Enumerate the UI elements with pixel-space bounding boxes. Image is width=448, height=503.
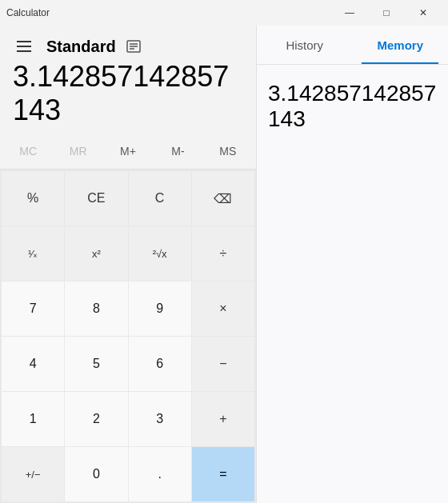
negate-button[interactable]: +/− [2,447,64,501]
history-icon[interactable] [124,37,143,56]
negate-symbol: +/− [26,469,41,481]
ce-symbol: CE [87,191,105,206]
six-symbol: 6 [156,357,163,371]
minimize-button[interactable]: — [331,0,368,26]
mminus-button[interactable]: M- [153,134,202,169]
zero-button[interactable]: 0 [65,447,127,501]
divide-symbol: ÷ [219,246,226,261]
five-symbol: 5 [93,357,100,371]
subtract-symbol: − [219,357,226,371]
title-bar-left: Calculator [6,7,50,18]
one-symbol: 1 [30,412,37,426]
add-button[interactable]: + [192,392,254,446]
right-panel: History Memory 3.142857142857143 [256,26,448,503]
seven-symbol: 7 [30,301,37,316]
tabs-row: History Memory [257,26,448,65]
memory-row: MC MR M+ M- MS [0,134,256,170]
multiply-symbol: × [219,301,226,316]
mode-title: Standard [46,38,116,56]
zero-symbol: 0 [93,467,100,481]
three-button[interactable]: 3 [129,392,191,446]
buttons-grid: % CE C ⌫ ¹⁄ₓ x² ²√x [0,170,256,503]
sqrt-button[interactable]: ²√x [129,226,191,281]
one-button[interactable]: 1 [2,392,64,446]
hamburger-line-1 [17,41,31,42]
window-title: Calculator [6,7,50,18]
add-symbol: + [219,412,226,426]
two-button[interactable]: 2 [65,392,127,446]
two-symbol: 2 [93,412,100,426]
mc-button[interactable]: MC [3,134,53,169]
tab-history[interactable]: History [257,26,353,64]
subtract-button[interactable]: − [192,337,254,391]
equals-button[interactable]: = [192,447,254,501]
decimal-symbol: . [158,467,161,481]
backspace-symbol: ⌫ [214,191,232,206]
title-bar: Calculator — □ ✕ [0,0,448,26]
nine-button[interactable]: 9 [129,281,191,336]
nine-symbol: 9 [156,301,163,316]
square-button[interactable]: x² [65,226,127,281]
seven-button[interactable]: 7 [2,281,64,336]
maximize-button[interactable]: □ [368,0,405,26]
reciprocal-symbol: ¹⁄ₓ [28,248,38,260]
square-symbol: x² [92,248,101,260]
multiply-button[interactable]: × [192,281,254,336]
tab-history-label: History [286,38,323,52]
memory-value: 3.142857142857143 [268,81,436,131]
memory-item: 3.142857142857143 [265,74,440,138]
divide-button[interactable]: ÷ [192,226,254,281]
mplus-button[interactable]: M+ [103,134,153,169]
five-button[interactable]: 5 [65,337,127,391]
c-button[interactable]: C [129,171,191,226]
memory-content: 3.142857142857143 [257,65,448,503]
four-button[interactable]: 4 [2,337,64,391]
backspace-button[interactable]: ⌫ [192,171,254,226]
close-button[interactable]: ✕ [405,0,442,26]
decimal-button[interactable]: . [129,447,191,501]
title-bar-controls: — □ ✕ [331,0,442,26]
eight-symbol: 8 [93,301,100,316]
hamburger-line-2 [17,46,31,47]
percent-symbol: % [27,191,38,206]
ce-button[interactable]: CE [65,171,127,226]
menu-button[interactable] [10,32,38,61]
tab-memory[interactable]: Memory [353,26,449,64]
equals-symbol: = [219,467,226,481]
tab-memory-label: Memory [377,38,423,52]
percent-button[interactable]: % [2,171,64,226]
display-area: 3.142857142857143 [0,67,256,134]
c-symbol: C [155,191,165,206]
ms-button[interactable]: MS [203,134,253,169]
three-symbol: 3 [156,412,163,426]
six-button[interactable]: 6 [129,337,191,391]
hamburger-line-3 [17,50,31,52]
mr-button[interactable]: MR [53,134,102,169]
eight-button[interactable]: 8 [65,281,127,336]
main-content: Standard 3.142857142857143 MC MR [0,26,448,503]
four-symbol: 4 [30,357,37,371]
display-value: 3.142857142857143 [13,60,243,127]
sqrt-symbol: ²√x [153,248,167,260]
reciprocal-button[interactable]: ¹⁄ₓ [2,226,64,281]
calculator-panel: Standard 3.142857142857143 MC MR [0,26,256,503]
calculator-window: Calculator — □ ✕ Standard [0,0,448,503]
